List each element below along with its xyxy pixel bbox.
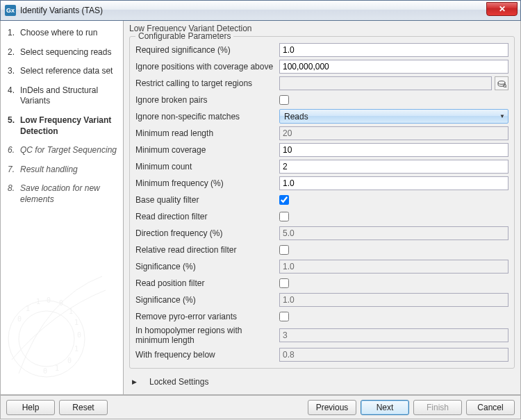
app-icon: Gx [5, 5, 16, 16]
min-frequency-input[interactable] [279, 176, 508, 190]
param-label: Ignore broken pairs [135, 95, 279, 105]
help-button[interactable]: Help [6, 400, 55, 415]
titlebar: Gx Identify Variants (TAS) ✕ [0, 0, 521, 21]
param-row-direction-frequency: Direction frequency (%) [135, 226, 508, 240]
step-label: Save location for new elements [20, 183, 117, 205]
reset-button[interactable]: Reset [59, 400, 108, 415]
param-label: In homopolymer regions with minimum leng… [135, 326, 279, 345]
param-label: Direction frequency (%) [135, 228, 279, 238]
wizard-step: 5.Low Frequency Variant Detection [8, 115, 117, 137]
configurable-parameters-group: Configurable Parameters Required signifi… [129, 36, 515, 369]
param-label: Base quality filter [135, 195, 279, 205]
wizard-step: 8.Save location for new elements [8, 183, 117, 205]
homopolymer-len-input [279, 328, 508, 342]
restrict-target-input [279, 76, 492, 90]
wizard-step: 6.QC for Target Sequencing [8, 145, 117, 156]
wizard-step: 1.Choose where to run [8, 28, 117, 39]
param-row-min-count: Minimum count [135, 159, 508, 174]
param-label: Ignore non-specific matches [135, 112, 279, 121]
step-number: 3. [8, 66, 20, 77]
step-number: 4. [8, 85, 20, 107]
ignore-broken-pairs-checkbox[interactable] [279, 95, 289, 105]
param-label: Minimum count [135, 162, 279, 171]
wizard-step: 3.Select reference data set [8, 66, 117, 77]
freq-below-input [279, 348, 508, 362]
step-label: Low Frequency Variant Detection [20, 115, 117, 137]
base-quality-filter-checkbox[interactable] [279, 195, 289, 205]
param-row-base-quality-filter: Base quality filter [135, 192, 508, 207]
svg-text:0: 0 [47, 296, 51, 304]
svg-text:0: 0 [67, 357, 72, 364]
locked-settings-label: Locked Settings [149, 377, 208, 387]
close-icon: ✕ [499, 4, 506, 14]
min-count-input[interactable] [279, 160, 508, 174]
cancel-button[interactable]: Cancel [466, 400, 515, 415]
rel-read-dir-filter-checkbox[interactable] [279, 245, 289, 255]
main-panel: Low Frequency Variant Detection Configur… [124, 21, 520, 394]
svg-point-1 [19, 311, 74, 367]
svg-text:1: 1 [74, 345, 78, 353]
svg-text:1: 1 [36, 298, 40, 305]
param-row-significance2: Significance (%) [135, 292, 508, 307]
min-coverage-input[interactable] [279, 143, 508, 157]
param-row-homopolymer-len: In homopolymer regions with minimum leng… [135, 326, 508, 345]
step-label: Select reference data set [20, 66, 113, 77]
param-row-read-direction-filter: Read direction filter [135, 209, 508, 224]
param-row-rel-read-dir-filter: Relative read direction filter [135, 242, 508, 257]
finish-button[interactable]: Finish [413, 400, 462, 415]
step-number: 1. [8, 28, 20, 39]
read-direction-filter-checkbox[interactable] [279, 212, 289, 221]
step-number: 7. [8, 165, 20, 176]
ignore-coverage-above-input[interactable] [279, 60, 508, 74]
wizard-step: 4.InDels and Structural Variants [8, 85, 117, 107]
param-row-min-frequency: Minimum frequency (%) [135, 176, 508, 190]
param-row-remove-pyro: Remove pyro-error variants [135, 309, 508, 324]
remove-pyro-checkbox[interactable] [279, 312, 289, 321]
close-button[interactable]: ✕ [486, 2, 518, 16]
param-label: Significance (%) [135, 262, 279, 271]
watermark-graphic: 011 001 101 010 [5, 255, 109, 387]
svg-text:0: 0 [17, 315, 22, 323]
wizard-steps-sidebar: 1.Choose where to run2.Select sequencing… [1, 21, 124, 394]
param-label: Required significance (%) [135, 45, 279, 55]
param-row-required-significance: Required significance (%) [135, 42, 508, 57]
step-label: Choose where to run [20, 28, 97, 39]
browse-button[interactable] [495, 76, 508, 90]
param-row-read-position-filter: Read position filter [135, 276, 508, 290]
svg-text:0: 0 [59, 299, 63, 307]
svg-line-16 [506, 87, 506, 87]
svg-text:1: 1 [55, 364, 59, 372]
browse-icon [497, 78, 506, 88]
param-row-ignore-nonspecific: Ignore non-specific matchesReads▼ [135, 109, 508, 124]
param-label: Minimum frequency (%) [135, 178, 279, 188]
direction-frequency-input [279, 226, 508, 240]
step-number: 6. [8, 145, 20, 156]
locked-settings-toggle[interactable]: ▶ Locked Settings [124, 371, 520, 389]
chevron-down-icon: ▼ [499, 113, 505, 119]
window-body: 1.Choose where to run2.Select sequencing… [0, 21, 521, 395]
read-position-filter-checkbox[interactable] [279, 278, 289, 288]
param-row-ignore-coverage-above: Ignore positions with coverage above [135, 59, 508, 74]
wizard-step: 2.Select sequencing reads [8, 47, 117, 58]
window-title: Identify Variants (TAS) [20, 6, 103, 15]
param-label: Read position filter [135, 278, 279, 288]
param-label: With frequency below [135, 350, 279, 360]
required-significance-input[interactable] [279, 43, 508, 57]
step-label: InDels and Structural Variants [20, 85, 117, 107]
next-button[interactable]: Next [361, 400, 409, 415]
ignore-nonspecific-select[interactable]: Reads▼ [279, 109, 508, 124]
svg-text:1: 1 [74, 319, 78, 326]
previous-button[interactable]: Previous [308, 400, 356, 415]
param-row-significance1: Significance (%) [135, 259, 508, 274]
param-row-freq-below: With frequency below [135, 347, 508, 362]
expand-icon: ▶ [132, 378, 137, 385]
significance1-input [279, 260, 508, 274]
step-number: 2. [8, 47, 20, 58]
param-label: Restrict calling to target regions [135, 78, 279, 88]
group-legend: Configurable Parameters [135, 31, 233, 41]
param-label: Read direction filter [135, 212, 279, 221]
param-label: Minimum read length [135, 128, 279, 138]
param-label: Relative read direction filter [135, 245, 279, 255]
param-label: Significance (%) [135, 295, 279, 305]
param-row-ignore-broken-pairs: Ignore broken pairs [135, 92, 508, 107]
